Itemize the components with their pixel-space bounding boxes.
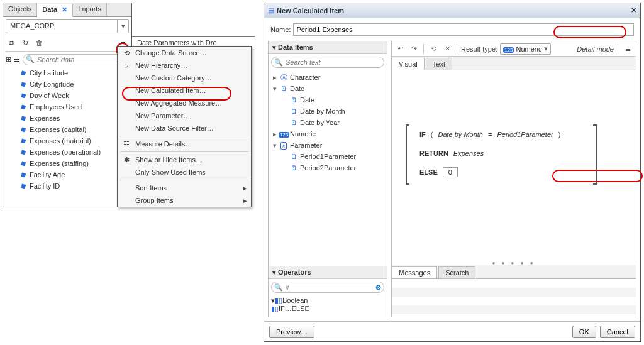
undo-icon[interactable]: ↶ xyxy=(394,43,406,55)
search-data[interactable]: 🔍 xyxy=(23,54,129,65)
measure-icon: ◆ xyxy=(16,168,28,180)
result-type-select[interactable]: 123 Numeric ▾ xyxy=(500,43,551,55)
data-items-search[interactable]: 🔍 xyxy=(271,57,384,68)
tree-item[interactable]: 🗓Date by Year xyxy=(271,117,384,128)
tree-node-parameter[interactable]: ▾xParameter xyxy=(271,140,384,151)
menu-measure-details[interactable]: ☷Measure Details… xyxy=(118,138,251,150)
expr-line-return: RETURN Expenses xyxy=(419,146,630,161)
measure-icon: ◆ xyxy=(16,123,28,135)
tree-item-period1[interactable]: 🗓Period1Parameter xyxy=(271,151,384,162)
menu-sort-items[interactable]: Sort Items▸ xyxy=(118,182,251,194)
reset-icon[interactable]: ⟲ xyxy=(428,43,439,55)
name-row: Name: xyxy=(270,23,634,36)
list-item[interactable]: ◆Expenses (staffing) xyxy=(7,158,128,169)
tree-node-date[interactable]: ▾🗓Date xyxy=(271,83,384,94)
operand-zero[interactable]: 0 xyxy=(443,167,458,177)
tab-text[interactable]: Text xyxy=(426,58,452,70)
separator xyxy=(120,136,248,136)
tree-node-boolean[interactable]: ▾▮▯Boolean xyxy=(271,297,384,305)
cancel-button[interactable]: Cancel xyxy=(600,326,635,338)
list-item[interactable]: ◆Facility Age xyxy=(7,169,128,180)
parameter-icon: x xyxy=(280,142,287,150)
new-calculated-item-dialog: ▤ New Calculated Item ✕ Name: Data Items… xyxy=(264,3,641,342)
tree-item-ifelse[interactable]: ▮▯IF…ELSE xyxy=(271,305,384,313)
delete-icon[interactable]: 🗑 xyxy=(33,37,45,48)
close-icon[interactable]: ✕ xyxy=(62,6,67,13)
search-icon: 🔍 xyxy=(26,55,35,63)
tab-visual[interactable]: Visual xyxy=(392,58,425,70)
tab-objects[interactable]: Objects xyxy=(3,3,37,16)
ok-button[interactable]: OK xyxy=(572,326,596,338)
preview-button[interactable]: Preview… xyxy=(269,326,314,338)
data-items-header[interactable]: Data Items xyxy=(269,41,387,54)
tab-scratch[interactable]: Scratch xyxy=(438,266,475,278)
refresh-icon[interactable]: ↻ xyxy=(19,37,31,48)
menu-only-used[interactable]: Only Show Used Items xyxy=(118,166,251,178)
list-item[interactable]: ◆Facility ID xyxy=(7,180,128,192)
list-item[interactable]: ◆Expenses xyxy=(7,112,128,124)
list-item[interactable]: ◆Expenses (material) xyxy=(7,135,128,146)
list-item[interactable]: ◆Day of Week xyxy=(7,90,128,101)
list-icon[interactable]: ☰ xyxy=(14,54,20,65)
tab-messages[interactable]: Messages xyxy=(392,266,437,278)
search-input[interactable] xyxy=(284,58,381,67)
menu-label: New Custom Category… xyxy=(135,74,212,82)
name-input[interactable] xyxy=(293,23,634,36)
tree-item[interactable]: 🗓Date by Month xyxy=(271,106,384,117)
splitter[interactable]: ● ● ● ● ● xyxy=(392,260,636,265)
measure-icon: ◆ xyxy=(16,78,28,90)
options-icon[interactable]: ≣ xyxy=(622,43,633,55)
expr-line-else: ELSE 0 xyxy=(419,165,630,180)
expr-toolbar: ↶ ↷ ⟲ ✕ Result type: 123 Numeric ▾ Detai… xyxy=(392,41,636,57)
menu-group-items[interactable]: Group Items▸ xyxy=(118,194,251,207)
tree-node-numeric[interactable]: ▸123Numeric xyxy=(271,128,384,140)
tree-item[interactable]: 🗓Date xyxy=(271,94,384,106)
measure-icon: ◆ xyxy=(16,146,28,158)
numeric-icon: 123 xyxy=(503,47,514,53)
tab-data-label: Data xyxy=(42,6,57,13)
eye-icon: ✱ xyxy=(121,156,131,164)
tree-item-period2[interactable]: 🗓Period2Parameter xyxy=(271,162,384,173)
list-item[interactable]: ◆City Longitude xyxy=(7,79,128,90)
tree-label: Date xyxy=(300,96,314,104)
list-item[interactable]: ◆Expenses (capital) xyxy=(7,124,128,135)
chevron-down-icon[interactable]: ▾ xyxy=(117,20,128,33)
menu-change-datasource[interactable]: ⟲Change Data Source… xyxy=(118,47,251,59)
expression-area[interactable]: IF ( Date by Month = Period1Parameter ) … xyxy=(392,70,636,260)
list-item-label: Expenses xyxy=(30,114,60,122)
delete-icon[interactable]: ✕ xyxy=(441,43,453,55)
menu-new-hierarchy[interactable]: ჻New Hierarchy… xyxy=(118,59,251,72)
tree-node-character[interactable]: ▸ⒶCharacter xyxy=(271,72,384,83)
menu-new-calculated-item[interactable]: New Calculated Item… xyxy=(118,84,251,97)
clear-icon[interactable]: ⊗ xyxy=(375,283,381,292)
menu-label: Sort Items xyxy=(135,184,167,192)
operand-date-by-month[interactable]: Date by Month xyxy=(438,131,483,138)
list-item[interactable]: ◆City Latitude xyxy=(7,67,128,79)
operators-search[interactable]: 🔍 ⊗ xyxy=(271,282,384,293)
close-icon[interactable]: ✕ xyxy=(631,6,636,14)
tab-data[interactable]: Data ✕ xyxy=(37,4,73,17)
menu-show-hide[interactable]: ✱Show or Hide Items… xyxy=(118,153,251,166)
list-item[interactable]: ◆Expenses (operational) xyxy=(7,146,128,158)
menu-label: Group Items xyxy=(135,197,174,204)
bracket-icon xyxy=(406,124,409,185)
tab-imports[interactable]: Imports xyxy=(73,3,107,16)
toolbar: ⧉ ↻ 🗑 ≣ xyxy=(6,36,129,50)
list-item-label: Expenses (operational) xyxy=(30,148,101,156)
search-input[interactable] xyxy=(36,55,126,64)
redo-icon[interactable]: ↷ xyxy=(408,43,419,55)
menu-new-parameter[interactable]: New Parameter… xyxy=(118,109,251,122)
menu-new-aggregated[interactable]: New Aggregated Measure… xyxy=(118,97,251,109)
operand-expenses[interactable]: Expenses xyxy=(453,150,484,157)
list-item-label: Day of Week xyxy=(30,92,69,99)
add-icon[interactable]: ⧉ xyxy=(6,37,17,48)
operand-period1parameter[interactable]: Period1Parameter xyxy=(497,131,553,138)
menu-new-category[interactable]: New Custom Category… xyxy=(118,72,251,84)
expand-icon[interactable]: ⊞ xyxy=(6,54,11,65)
search-input[interactable] xyxy=(284,283,375,292)
operators-header[interactable]: Operators xyxy=(269,266,387,279)
datasource-select[interactable]: MEGA_CORP ▾ xyxy=(6,19,129,33)
messages-area xyxy=(392,279,636,317)
list-item[interactable]: ◆Employees Used xyxy=(7,101,128,112)
menu-new-filter[interactable]: New Data Source Filter… xyxy=(118,122,251,134)
